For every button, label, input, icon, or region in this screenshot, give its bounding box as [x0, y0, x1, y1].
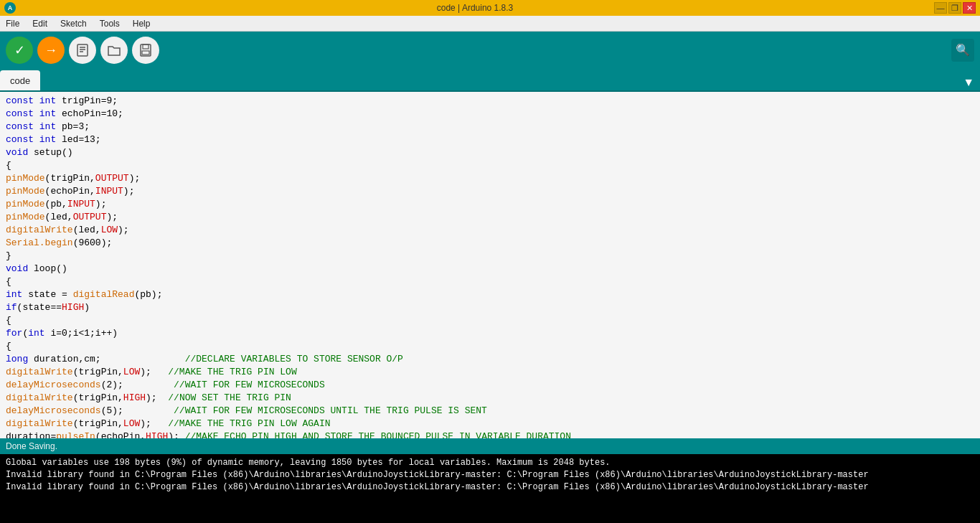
code-line: long duration,cm; //DECLARE VARIABLES TO… — [6, 353, 974, 366]
open-icon — [107, 43, 121, 57]
tabbar: code ▼ — [0, 69, 980, 92]
svg-rect-5 — [143, 44, 149, 49]
toolbar: ✓ → 🔍 — [0, 32, 980, 69]
code-line: const int echoPin=10; — [6, 108, 974, 121]
menu-tools[interactable]: Tools — [97, 17, 123, 30]
code-line: const int trigPin=9; — [6, 95, 974, 108]
menubar: File Edit Sketch Tools Help — [0, 16, 980, 32]
code-line: digitalWrite(trigPin,LOW); //MAKE THE TR… — [6, 366, 974, 379]
close-button[interactable]: ✕ — [963, 2, 976, 14]
window-title: code | Arduino 1.8.3 — [16, 3, 934, 13]
console-output: Global variables use 198 bytes (9%) of d… — [0, 454, 980, 523]
search-button[interactable]: 🔍 — [951, 39, 974, 62]
maximize-button[interactable]: ❐ — [948, 2, 961, 14]
console-line: Invalid library found in C:\Program File… — [6, 481, 974, 494]
code-line: } — [6, 250, 974, 263]
tab-dropdown-button[interactable]: ▼ — [958, 75, 979, 90]
code-line: delayMicroseconds(2); //WAIT FOR FEW MIC… — [6, 379, 974, 392]
code-editor[interactable]: const int trigPin=9;const int echoPin=10… — [0, 92, 980, 438]
code-line: digitalWrite(trigPin,LOW); //MAKE THE TR… — [6, 418, 974, 430]
new-button[interactable] — [69, 37, 96, 64]
menu-help[interactable]: Help — [130, 17, 154, 30]
code-line: { — [6, 159, 974, 172]
code-line: Serial.begin(9600); — [6, 237, 974, 250]
code-line: digitalWrite(trigPin,HIGH); //NOW SET TH… — [6, 392, 974, 405]
upload-button[interactable]: → — [37, 37, 65, 64]
save-icon — [138, 43, 153, 57]
code-line: delayMicroseconds(5); //WAIT FOR FEW MIC… — [6, 405, 974, 418]
minimize-button[interactable]: — — [934, 2, 947, 14]
save-button[interactable] — [132, 37, 159, 64]
new-icon — [75, 43, 90, 57]
open-button[interactable] — [100, 37, 128, 64]
titlebar: A code | Arduino 1.8.3 — ❐ ✕ — [0, 0, 980, 16]
code-line: void setup() — [6, 146, 974, 159]
code-line: if(state==HIGH) — [6, 301, 974, 314]
menu-sketch[interactable]: Sketch — [57, 17, 90, 30]
code-line: pinMode(pb,INPUT); — [6, 198, 974, 211]
verify-button[interactable]: ✓ — [6, 37, 33, 64]
code-line: void loop() — [6, 263, 974, 275]
code-line: { — [6, 275, 974, 288]
code-line: const int pb=3; — [6, 121, 974, 133]
code-line: pinMode(trigPin,OUTPUT); — [6, 172, 974, 185]
console-line: Global variables use 198 bytes (9%) of d… — [6, 457, 974, 469]
code-line: for(int i=0;i<1;i++) — [6, 327, 974, 340]
tab-code[interactable]: code — [0, 70, 40, 90]
arduino-logo: A — [4, 2, 16, 14]
editor-status-bar: Done Saving. — [0, 438, 980, 454]
code-line: const int led=13; — [6, 133, 974, 146]
code-line: pinMode(led,OUTPUT); — [6, 211, 974, 224]
code-line: { — [6, 340, 974, 353]
window-controls: — ❐ ✕ — [934, 2, 976, 14]
menu-edit[interactable]: Edit — [29, 17, 50, 30]
code-line: int state = digitalRead(pb); — [6, 288, 974, 301]
code-line: pinMode(echoPin,INPUT); — [6, 185, 974, 198]
code-line: digitalWrite(led,LOW); — [6, 224, 974, 237]
done-saving-text: Done Saving. — [6, 441, 57, 451]
svg-rect-0 — [77, 44, 88, 56]
code-line: { — [6, 314, 974, 327]
code-line: duration=pulseIn(echoPin,HIGH); //MAKE E… — [6, 430, 974, 438]
console-line: Invalid library found in C:\Program File… — [6, 469, 974, 481]
titlebar-left: A — [4, 2, 16, 14]
menu-file[interactable]: File — [3, 17, 22, 30]
svg-rect-6 — [142, 51, 149, 55]
